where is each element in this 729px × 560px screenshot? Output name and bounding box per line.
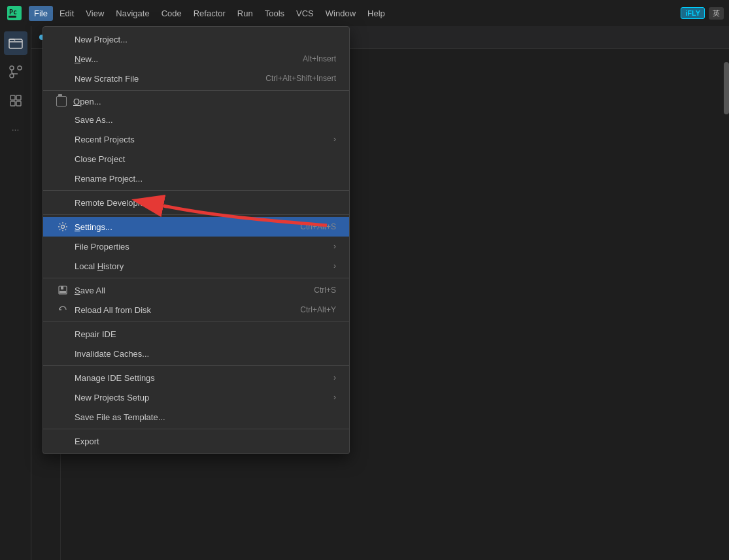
menu-item-local-history[interactable]: Local History › bbox=[43, 256, 349, 276]
svg-rect-9 bbox=[16, 95, 21, 100]
main-layout: ··· New Project... New... Alt+Insert New… bbox=[0, 26, 729, 560]
menu-item-label: Invalidate Caches... bbox=[75, 349, 336, 359]
arrow-icon: › bbox=[333, 261, 336, 271]
ifly-badge[interactable]: iFLY bbox=[681, 7, 705, 19]
menu-item-save-as[interactable]: Save As... bbox=[43, 110, 349, 129]
rename-icon bbox=[56, 172, 69, 185]
menu-item-rename-project[interactable]: Rename Project... bbox=[43, 169, 349, 188]
menu-item-reload[interactable]: Reload All from Disk Ctrl+Alt+Y bbox=[43, 300, 349, 320]
menu-edit[interactable]: Edit bbox=[54, 6, 79, 21]
history-icon bbox=[56, 259, 69, 272]
menu-run[interactable]: Run bbox=[232, 6, 258, 21]
menu-item-open[interactable]: Open... bbox=[43, 93, 349, 110]
save-all-icon bbox=[56, 284, 69, 297]
menu-item-label: Save All bbox=[75, 286, 314, 295]
manage-icon bbox=[56, 371, 69, 384]
shortcut-label: Ctrl+Alt+Shift+Insert bbox=[265, 74, 336, 83]
arrow-icon: › bbox=[333, 393, 336, 402]
svg-rect-8 bbox=[10, 95, 15, 100]
svg-text:Pc: Pc bbox=[9, 8, 17, 16]
divider bbox=[43, 190, 349, 191]
more-icon[interactable]: ··· bbox=[4, 118, 27, 141]
menu-item-remote-dev[interactable]: Remote Development... bbox=[43, 193, 349, 212]
menu-item-label: Repair IDE bbox=[75, 329, 336, 339]
menu-item-label: Local History bbox=[75, 261, 328, 271]
svg-point-12 bbox=[61, 225, 65, 229]
setup-icon bbox=[56, 391, 69, 404]
menu-item-save-all[interactable]: Save All Ctrl+S bbox=[43, 280, 349, 300]
menu-bar: File Edit View Navigate Code Refactor Ru… bbox=[29, 6, 681, 21]
arrow-icon: › bbox=[333, 135, 336, 144]
reload-icon bbox=[56, 303, 69, 316]
menu-item-file-properties[interactable]: File Properties › bbox=[43, 237, 349, 256]
menu-item-label: Close Project bbox=[75, 154, 336, 164]
menu-item-label: New Project... bbox=[75, 35, 336, 44]
menu-item-new-projects-setup[interactable]: New Projects Setup › bbox=[43, 387, 349, 407]
menu-help[interactable]: Help bbox=[362, 6, 390, 21]
new-project-icon bbox=[56, 33, 69, 46]
menu-item-label: Rename Project... bbox=[75, 174, 336, 184]
menu-item-new-project[interactable]: New Project... bbox=[43, 29, 349, 49]
svg-rect-2 bbox=[8, 16, 16, 18]
menu-code[interactable]: Code bbox=[156, 6, 187, 21]
menu-item-settings[interactable]: Settings... Ctrl+Alt+S bbox=[43, 217, 349, 237]
divider bbox=[43, 90, 349, 91]
shortcut-label: Ctrl+Alt+Y bbox=[300, 305, 336, 314]
divider bbox=[43, 429, 349, 429]
menu-item-recent-projects[interactable]: Recent Projects › bbox=[43, 129, 349, 149]
menu-item-label: New Projects Setup bbox=[75, 393, 328, 403]
divider bbox=[43, 365, 349, 366]
menu-refactor[interactable]: Refactor bbox=[188, 6, 231, 21]
menu-item-label: Settings... bbox=[75, 222, 300, 232]
plugins-icon[interactable] bbox=[4, 89, 27, 112]
menu-view[interactable]: View bbox=[80, 6, 109, 21]
menu-item-manage-ide[interactable]: Manage IDE Settings › bbox=[43, 368, 349, 387]
shortcut-label: Alt+Insert bbox=[303, 54, 336, 63]
svg-point-7 bbox=[10, 74, 14, 78]
shortcut-label: Ctrl+S bbox=[314, 286, 336, 295]
svg-rect-15 bbox=[59, 291, 66, 293]
activity-bar: ··· bbox=[0, 26, 31, 560]
settings-gear-icon bbox=[56, 220, 69, 233]
svg-rect-10 bbox=[10, 101, 15, 106]
menu-item-label: File Properties bbox=[75, 242, 328, 252]
remote-icon bbox=[56, 196, 69, 209]
export-icon bbox=[56, 435, 69, 448]
menu-item-label: Open... bbox=[73, 97, 336, 107]
svg-point-6 bbox=[18, 66, 22, 70]
menu-item-export[interactable]: Export bbox=[43, 431, 349, 451]
titlebar-right: iFLY 英 bbox=[681, 7, 724, 20]
scroll-thumb[interactable] bbox=[724, 62, 729, 114]
menu-item-repair-ide[interactable]: Repair IDE bbox=[43, 324, 349, 344]
recent-icon bbox=[56, 133, 69, 146]
git-icon[interactable] bbox=[4, 60, 27, 84]
new-icon bbox=[56, 52, 69, 65]
svg-rect-11 bbox=[16, 101, 21, 106]
menu-item-label: New Scratch File bbox=[75, 74, 265, 84]
menu-vcs[interactable]: VCS bbox=[291, 6, 319, 21]
divider bbox=[43, 214, 349, 215]
close-project-icon bbox=[56, 152, 69, 165]
menu-item-close-project[interactable]: Close Project bbox=[43, 149, 349, 169]
lang-badge[interactable]: 英 bbox=[709, 7, 724, 20]
menu-item-label: Remote Development... bbox=[75, 198, 336, 208]
menu-item-label: New... bbox=[75, 54, 303, 64]
divider bbox=[43, 321, 349, 322]
folder-icon[interactable] bbox=[4, 31, 27, 55]
arrow-icon: › bbox=[333, 242, 336, 251]
menu-item-new-scratch[interactable]: New Scratch File Ctrl+Alt+Shift+Insert bbox=[43, 69, 349, 88]
menu-file[interactable]: File bbox=[29, 6, 53, 21]
menu-window[interactable]: Window bbox=[320, 6, 361, 21]
menu-item-label: Recent Projects bbox=[75, 135, 328, 144]
menu-item-new[interactable]: New... Alt+Insert bbox=[43, 49, 349, 69]
template-icon bbox=[56, 410, 69, 423]
scrollbar[interactable] bbox=[724, 49, 729, 560]
menu-item-invalidate-caches[interactable]: Invalidate Caches... bbox=[43, 344, 349, 363]
svg-point-5 bbox=[10, 66, 14, 70]
shortcut-label: Ctrl+Alt+S bbox=[300, 222, 336, 231]
menu-item-save-file-template[interactable]: Save File as Template... bbox=[43, 407, 349, 427]
arrow-icon: › bbox=[333, 373, 336, 382]
menu-item-label: Save File as Template... bbox=[75, 412, 336, 422]
menu-tools[interactable]: Tools bbox=[260, 6, 290, 21]
menu-navigate[interactable]: Navigate bbox=[110, 6, 154, 21]
